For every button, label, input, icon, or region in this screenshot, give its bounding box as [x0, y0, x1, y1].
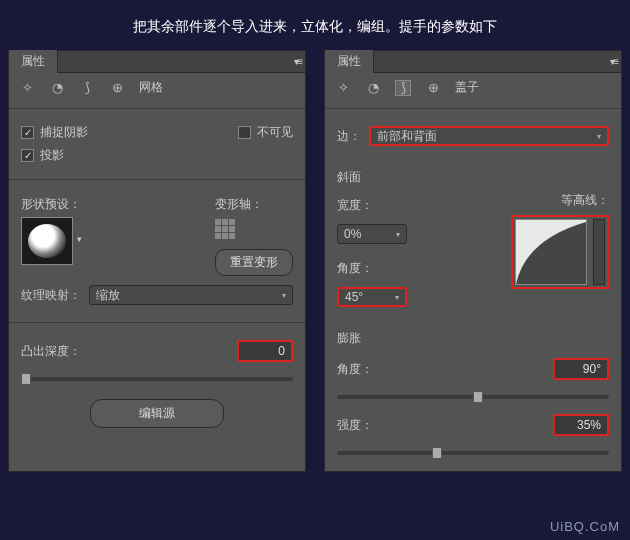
texture-map-label: 纹理映射： — [21, 287, 81, 304]
deform-axis-label: 变形轴： — [215, 196, 293, 213]
inflate-angle-slider[interactable] — [337, 395, 609, 399]
bevel-heading: 斜面 — [337, 163, 609, 192]
mesh-icon[interactable]: ✧ — [19, 80, 35, 96]
icon-row: ✧ ◔ ⟆ ⊕ 网格 — [9, 73, 305, 102]
bevel-width-dropdown[interactable]: 0%▾ — [337, 224, 407, 244]
texture-map-dropdown[interactable]: 缩放▾ — [89, 285, 293, 305]
cast-shadow-label: 投影 — [40, 147, 64, 164]
properties-panel-left: 属性 ▾≡ ✧ ◔ ⟆ ⊕ 网格 捕捉阴影 不可见 — [8, 50, 306, 472]
chevron-down-icon[interactable]: ▾ — [77, 234, 82, 244]
coord-icon[interactable]: ⊕ — [109, 80, 125, 96]
edit-source-button[interactable]: 编辑源 — [90, 399, 224, 428]
strength-label: 强度： — [337, 417, 373, 434]
bevel-angle-label: 角度： — [337, 260, 373, 277]
invisible-checkbox[interactable] — [238, 126, 251, 139]
inflate-angle-input[interactable]: 90° — [553, 358, 609, 380]
deform-axis-grid[interactable] — [215, 219, 235, 239]
shape-preset-label: 形状预设： — [21, 196, 82, 213]
cap-icon[interactable]: ⟆ — [395, 80, 411, 96]
panel-menu-icon[interactable]: ▾≡ — [610, 56, 617, 67]
edge-label: 边： — [337, 128, 361, 145]
extrude-depth-label: 凸出深度： — [21, 343, 81, 360]
icon-row-label: 盖子 — [455, 79, 479, 96]
panel-menu-icon[interactable]: ▾≡ — [294, 56, 301, 67]
reset-deform-button[interactable]: 重置变形 — [215, 249, 293, 276]
inflate-angle-label: 角度： — [337, 361, 373, 378]
bevel-angle-dropdown[interactable]: 45°▾ — [337, 287, 407, 307]
invisible-label: 不可见 — [257, 124, 293, 141]
tab-properties[interactable]: 属性 — [9, 50, 58, 73]
contour-picker[interactable] — [511, 215, 609, 289]
tab-bar: 属性 ▾≡ — [9, 51, 305, 73]
tab-properties[interactable]: 属性 — [325, 50, 374, 73]
edge-dropdown[interactable]: 前部和背面▾ — [369, 126, 609, 146]
cast-shadow-checkbox[interactable] — [21, 149, 34, 162]
strength-slider[interactable] — [337, 451, 609, 455]
extrude-depth-slider[interactable] — [21, 377, 293, 381]
bevel-width-label: 宽度： — [337, 197, 373, 214]
contour-label: 等高线： — [561, 192, 609, 209]
coord-icon[interactable]: ⊕ — [425, 80, 441, 96]
catch-shadow-checkbox[interactable] — [21, 126, 34, 139]
mesh-icon[interactable]: ✧ — [335, 80, 351, 96]
shape-preset-swatch[interactable] — [21, 217, 73, 265]
inflate-heading: 膨胀 — [337, 324, 609, 353]
caption-text: 把其余部件逐个导入进来，立体化，编组。提手的参数如下 — [0, 0, 630, 50]
tab-bar: 属性 ▾≡ — [325, 51, 621, 73]
extrude-depth-input[interactable]: 0 — [237, 340, 293, 362]
deform-icon[interactable]: ◔ — [49, 80, 65, 96]
strength-input[interactable]: 35% — [553, 414, 609, 436]
watermark: UiBQ.CoM — [550, 519, 620, 534]
icon-row: ✧ ◔ ⟆ ⊕ 盖子 — [325, 73, 621, 102]
deform-icon[interactable]: ◔ — [365, 80, 381, 96]
properties-panel-right: 属性 ▾≡ ✧ ◔ ⟆ ⊕ 盖子 边： 前部和背面▾ 斜面 宽度： — [324, 50, 622, 472]
catch-shadow-label: 捕捉阴影 — [40, 124, 88, 141]
cap-icon[interactable]: ⟆ — [79, 80, 95, 96]
icon-row-label: 网格 — [139, 79, 163, 96]
